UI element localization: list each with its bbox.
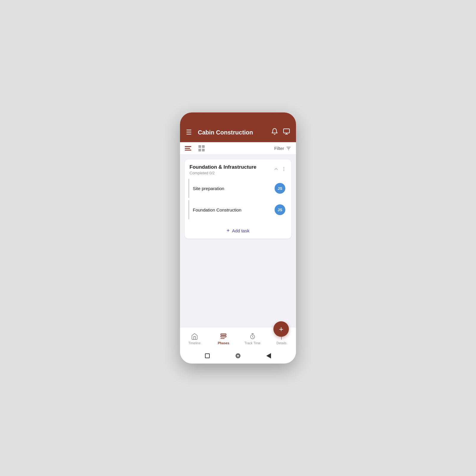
phase-card: Foundation & Infrastructure Completed 0/… <box>185 159 291 239</box>
sys-recent-button[interactable] <box>265 352 272 359</box>
svg-point-8 <box>284 170 284 171</box>
svg-point-6 <box>284 167 284 168</box>
sys-back-button[interactable] <box>204 352 211 359</box>
track-time-icon <box>249 333 256 340</box>
sys-home-button[interactable] <box>234 352 242 359</box>
nav-label-timeline: Timeline <box>188 341 201 345</box>
phone-container: ☰ Cabin Construction <box>180 112 296 364</box>
more-options-icon[interactable] <box>281 166 286 173</box>
list-view-toggle[interactable] <box>185 146 191 151</box>
header-actions <box>271 128 290 137</box>
nav-item-timeline[interactable]: Timeline <box>184 333 205 345</box>
menu-icon[interactable]: ☰ <box>186 129 192 136</box>
task-item[interactable]: Site preparation JS <box>188 179 288 198</box>
phase-title: Foundation & Infrastructure <box>190 164 273 170</box>
phase-controls <box>273 166 286 173</box>
timeline-icon <box>191 333 198 340</box>
system-nav <box>180 349 296 364</box>
phase-header: Foundation & Infrastructure Completed 0/… <box>185 159 291 178</box>
filter-icon <box>286 146 291 151</box>
svg-rect-9 <box>221 334 226 335</box>
view-toggles <box>185 145 205 151</box>
page-title: Cabin Construction <box>198 129 253 136</box>
filter-button[interactable]: Filter <box>274 146 291 151</box>
nav-label-phases: Phases <box>218 341 229 345</box>
nav-item-track-time[interactable]: Track Time <box>242 333 263 345</box>
phase-subtitle: Completed 0/2 <box>190 171 273 175</box>
app-header: ☰ Cabin Construction <box>180 112 296 142</box>
fab-button[interactable]: + <box>273 321 289 337</box>
task-list: Site preparation JS Foundation Construct… <box>185 178 291 223</box>
svg-rect-10 <box>221 336 226 337</box>
nav-item-phases[interactable]: Phases <box>213 333 234 345</box>
task-name: Foundation Construction <box>193 207 241 212</box>
collapse-icon[interactable] <box>273 166 279 173</box>
svg-point-7 <box>284 169 284 169</box>
add-task-button[interactable]: + Add task <box>185 223 291 239</box>
avatar: JS <box>275 183 285 194</box>
avatar: JS <box>275 204 285 215</box>
bell-icon[interactable] <box>271 128 278 137</box>
add-task-label: Add task <box>232 228 249 233</box>
add-icon: + <box>227 228 230 234</box>
nav-label-details: Details <box>276 341 286 345</box>
filter-label: Filter <box>274 146 284 151</box>
nav-label-track-time: Track Time <box>245 341 261 345</box>
toolbar: Filter <box>180 142 296 155</box>
phase-title-block: Foundation & Infrastructure Completed 0/… <box>190 164 273 175</box>
screen-icon[interactable] <box>283 128 290 137</box>
task-item[interactable]: Foundation Construction JS <box>188 200 288 219</box>
main-content: Foundation & Infrastructure Completed 0/… <box>180 155 296 327</box>
task-name: Site preparation <box>193 186 224 191</box>
phases-icon <box>220 333 227 340</box>
grid-view-toggle[interactable] <box>198 145 205 151</box>
svg-rect-0 <box>284 129 289 133</box>
